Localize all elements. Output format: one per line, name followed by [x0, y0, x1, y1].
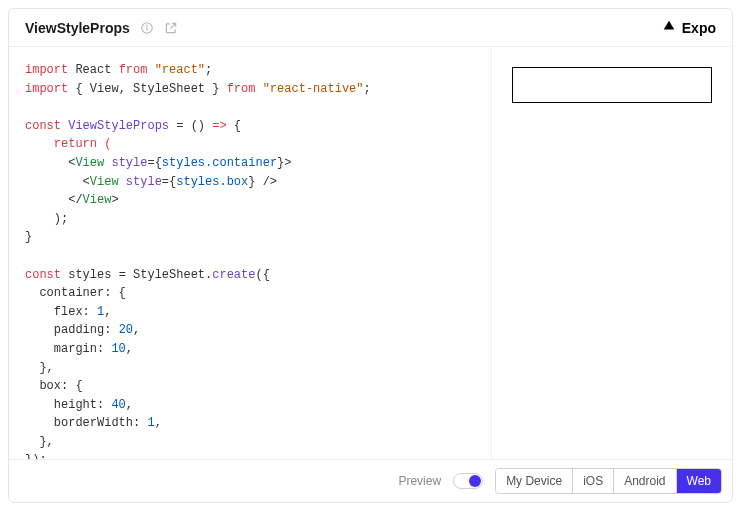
title: ViewStyleProps	[25, 20, 130, 36]
open-external-icon[interactable]	[164, 21, 178, 35]
preview-box	[512, 67, 712, 103]
preview-toggle[interactable]	[453, 473, 483, 489]
snack-card: ViewStyleProps Expo import React from "r…	[8, 8, 733, 503]
main: import React from "react"; import { View…	[9, 47, 732, 459]
code-editor[interactable]: import React from "react"; import { View…	[9, 47, 492, 459]
brand-label: Expo	[682, 20, 716, 36]
tab-my-device[interactable]: My Device	[496, 469, 573, 493]
tab-android[interactable]: Android	[614, 469, 676, 493]
preview-pane	[492, 47, 732, 459]
footer: Preview My Device iOS Android Web	[9, 459, 732, 502]
preview-label: Preview	[398, 474, 441, 488]
preview-canvas	[492, 47, 732, 459]
info-icon[interactable]	[140, 21, 154, 35]
svg-point-2	[147, 25, 148, 26]
brand[interactable]: Expo	[662, 19, 716, 36]
tab-ios[interactable]: iOS	[573, 469, 614, 493]
toggle-knob	[469, 475, 481, 487]
header: ViewStyleProps Expo	[9, 9, 732, 47]
expo-logo-icon	[662, 19, 676, 36]
platform-tabs: My Device iOS Android Web	[495, 468, 722, 494]
tab-web[interactable]: Web	[677, 469, 721, 493]
header-left: ViewStyleProps	[25, 20, 178, 36]
